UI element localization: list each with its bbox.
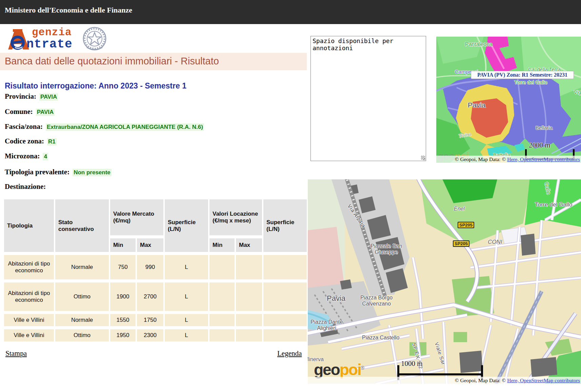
map-label-piazza-borgo-calvenzano: Piazza Borgo Calvenzano [360, 295, 393, 307]
stampa-link[interactable]: Stampa [5, 349, 27, 358]
table-row: Ville e Villini Normale 1550 1750 L [4, 314, 307, 326]
field-provincia: Provincia: PAVIA [5, 92, 58, 101]
col-header-vm-max: Max [137, 238, 163, 252]
zone-overview-map-image [436, 37, 581, 163]
cell-superficie-1: L [165, 314, 208, 326]
fascia-value: Extraurbana/ZONA AGRICOLA PIANEGGIANTE (… [46, 123, 204, 131]
cell-stato: Ottimo [55, 329, 109, 341]
col-header-tipologia: Tipologia [4, 199, 54, 252]
map-label-piazza-castello: Piazza Castello [362, 335, 399, 341]
quotations-table: Tipologia Stato conservativo Valore Merc… [3, 196, 308, 345]
col-header-superficie-1: Superficie (L/N) [165, 199, 208, 252]
table-row: Abitazioni di tipo economico Ottimo 1900… [4, 282, 307, 311]
field-fascia-zona: Fascia/zona: Extraurbana/ZONA AGRICOLA P… [5, 122, 204, 131]
map-label-pavia: Pavia [468, 101, 486, 109]
openstreetmap-link[interactable]: OpenStreetMap contributors [519, 156, 580, 162]
tipologia-prevalente-label: Tipologia prevalente: [5, 168, 69, 176]
cell-stato: Normale [55, 255, 109, 279]
fascia-label: Fascia/zona: [5, 122, 43, 131]
cell-vl-min [209, 329, 235, 341]
field-destinazione: Destinazione: [5, 182, 46, 191]
map-label-enel: Enel [454, 206, 465, 212]
map1-scale-label: 2000 m [529, 141, 550, 150]
map-label-coni: CONI [488, 239, 502, 246]
col-header-vl-min: Min [209, 238, 235, 252]
comune-label: Comune: [5, 107, 33, 116]
microzona-value: 4 [43, 153, 48, 160]
cell-vl-max [236, 282, 262, 311]
codice-zona-value: R1 [47, 138, 57, 145]
field-codice-zona: Codice zona: R1 [5, 137, 57, 145]
provincia-value: PAVIA [39, 93, 58, 101]
cell-tipologia: Ville e Villini [4, 314, 54, 326]
geopoi-logo: geopoi® [314, 362, 364, 377]
provincia-label: Provincia: [5, 92, 36, 101]
field-tipologia-prevalente: Tipologia prevalente: Non presente [5, 168, 112, 176]
road-badge-sp205: SP205 [453, 240, 469, 247]
logo-text-genzia: genzia [32, 26, 72, 38]
map-label-pantaleona: Pantaleona [465, 41, 493, 47]
map-label-torre-del-gallo: Torre del Gallo [514, 79, 547, 85]
map-label-piazzale-san-giuseppe: Piazzale San Giuseppe [370, 243, 402, 256]
cell-vl-max [236, 255, 262, 279]
annotations-textarea[interactable]: Spazio disponibile per annotazioni [310, 36, 426, 161]
page: Ministero dell'Economia e delle Finanze … [0, 0, 581, 392]
road-badge-sp205: SP205 [458, 222, 474, 228]
col-header-stato-conservativo: Stato conservativo [55, 199, 109, 252]
cell-tipologia: Ville e Villini [4, 329, 54, 341]
col-header-superficie-2: Superficie (L/N) [263, 199, 307, 252]
cell-tipologia: Abitazioni di tipo economico [4, 282, 54, 311]
cell-vl-min [209, 282, 235, 311]
cell-vm-max: 2700 [137, 282, 163, 311]
italy-emblem-icon [81, 26, 108, 53]
here-link[interactable]: Here, [507, 377, 519, 383]
zone-overview-map[interactable]: Pantaleona Campeggi Ca' della Terra Torr… [436, 37, 581, 163]
destinazione-label: Destinazione: [5, 182, 46, 191]
table-row: Ville e Villini Ottimo 1950 2300 L [4, 329, 307, 341]
cell-superficie-1: L [165, 282, 208, 311]
here-link[interactable]: Here, [507, 156, 519, 162]
cell-superficie-1: L [165, 329, 208, 341]
result-heading: Risultato interrogazione: Anno 2023 - Se… [5, 81, 186, 91]
cell-superficie-2 [263, 282, 307, 311]
map-label-pavia: Pavia [327, 294, 345, 303]
legenda-link[interactable]: Legenda [277, 349, 302, 358]
tipologia-prevalente-value: Non presente [73, 169, 112, 176]
cell-vm-max: 990 [137, 255, 163, 279]
cell-superficie-2 [263, 314, 307, 326]
col-header-valore-mercato: Valore Mercato (€/mq) [110, 199, 163, 235]
cell-vm-min: 1550 [110, 314, 136, 326]
attribution-text: © Geopoi, Map Data: © [455, 377, 507, 383]
cell-tipologia: Abitazioni di tipo economico [4, 255, 54, 279]
page-title-band: Banca dati delle quotazioni immobiliari … [0, 53, 307, 70]
map-label-piazza-dante-alighieri: Piazza Dante Alighieri [310, 319, 343, 332]
cell-superficie-2 [263, 255, 307, 279]
cell-vm-min: 750 [110, 255, 136, 279]
zone-tooltip: PAVIA (PV) Zona: R1 Semestre: 20231 [471, 71, 574, 79]
col-header-valori-locazione: Valori Locazione (€/mq x mese) [209, 199, 262, 235]
cell-stato: Ottimo [55, 282, 109, 311]
cell-vl-min [209, 255, 235, 279]
cell-vl-max [236, 329, 262, 341]
cell-superficie-1: L [165, 255, 208, 279]
cell-vm-min: 1900 [110, 282, 136, 311]
field-comune: Comune: PAVIA [5, 107, 55, 116]
page-title: Banca dati delle quotazioni immobiliari … [5, 56, 219, 67]
openstreetmap-link[interactable]: OpenStreetMap contributors [519, 377, 580, 383]
map2-scale-label: 1000 m [401, 359, 423, 368]
cell-stato: Normale [55, 314, 109, 326]
cell-vl-min [209, 314, 235, 326]
ministry-title: Ministero dell'Economia e delle Finanze [5, 6, 132, 15]
cell-superficie-2 [263, 329, 307, 341]
street-detail-map[interactable]: Via Alzaia Piazzale San Giuseppe Enel SP… [308, 179, 581, 384]
microzona-label: Microzona: [5, 152, 40, 160]
col-header-vl-max: Max [236, 238, 262, 252]
map2-scale-bar [397, 373, 483, 375]
field-microzona: Microzona: 4 [5, 152, 48, 160]
cell-vm-max: 1750 [137, 314, 163, 326]
cell-vm-max: 2300 [137, 329, 163, 341]
cell-vm-min: 1950 [110, 329, 136, 341]
codice-zona-label: Codice zona: [5, 137, 44, 145]
map2-attribution: © Geopoi, Map Data: © Here, OpenStreetMa… [308, 377, 581, 384]
col-header-vm-min: Min [110, 238, 136, 252]
